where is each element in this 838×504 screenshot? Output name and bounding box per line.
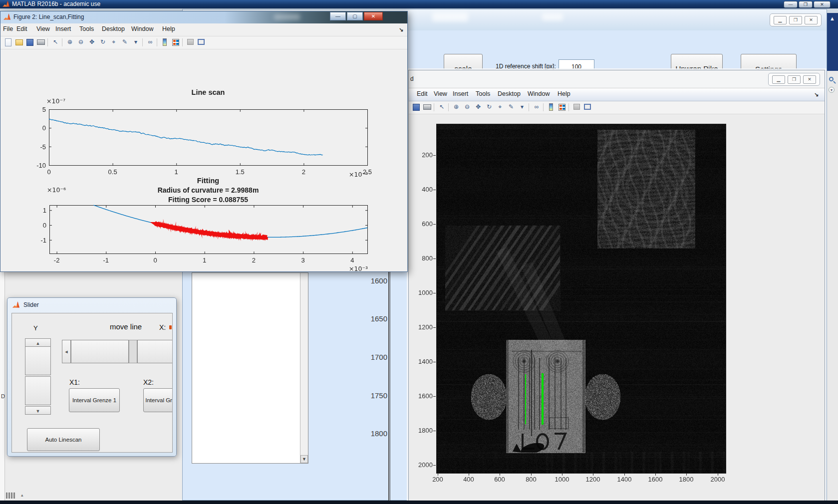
x-slider-right-segment[interactable]: [137, 340, 173, 363]
menu-view[interactable]: View: [36, 25, 50, 32]
y-tick: -5: [31, 143, 46, 151]
menu-window[interactable]: Window: [131, 25, 153, 32]
colorbar-icon[interactable]: [160, 38, 169, 47]
x-slider-track-gap[interactable]: [129, 340, 137, 363]
toolbar-separator: [157, 38, 157, 46]
x-tickmark: [718, 473, 718, 476]
x-tick: 400: [460, 476, 478, 483]
x-tickmark: [438, 473, 438, 476]
toolbar-separator: [142, 38, 143, 46]
minimize-button[interactable]: —: [330, 12, 346, 20]
y-tickmark: [433, 431, 436, 431]
menu-edit[interactable]: Edit: [16, 25, 27, 32]
pan-icon[interactable]: ✥: [87, 38, 96, 47]
collapse-up-icon[interactable]: ▲: [830, 15, 835, 21]
x-slider-left-button[interactable]: ◄: [62, 340, 71, 363]
link-plot-icon[interactable]: ∞: [146, 38, 155, 47]
legend-icon[interactable]: [171, 38, 180, 47]
interval-grenze1-button[interactable]: Interval Grenze 1: [69, 388, 120, 412]
new-file-icon[interactable]: [3, 38, 12, 47]
zoom-out-icon[interactable]: ⊖: [76, 38, 85, 47]
resize-grip[interactable]: ▴: [6, 492, 29, 499]
y-slider-track-upper[interactable]: [25, 346, 51, 375]
dropdown-icon[interactable]: ▾: [829, 87, 835, 93]
matlab-figure-icon: [12, 301, 19, 308]
x-tick: 1000: [553, 476, 571, 483]
bottom-taskbar-edge[interactable]: [0, 501, 838, 504]
x-tickmark: [562, 473, 562, 476]
search-icon-handle: [833, 81, 836, 84]
x-label: X:: [159, 323, 166, 331]
y-tickmark: [433, 258, 436, 259]
y-tickmark: [433, 293, 436, 293]
matlab-main-titlebar[interactable]: MATLAB R2016b - academic use — ❐ ✕: [0, 0, 838, 8]
save-icon[interactable]: [25, 38, 34, 47]
dock-axes-icon[interactable]: [197, 38, 206, 47]
x-tick: 1.5: [233, 168, 247, 176]
y-tick: 1200: [414, 323, 433, 331]
print-icon[interactable]: [36, 38, 45, 47]
right-figure-window: d ▁ ❐ ✕ ↘ EditViewInsertToolsDesktopWind…: [408, 70, 825, 502]
image-axes-ticks: 2004006008001000120014001600180020002004…: [409, 70, 825, 502]
down-arrow-icon: ▼: [25, 409, 50, 414]
restore-button[interactable]: ❐: [799, 1, 813, 8]
screen: ▁ ❐ ✕ scale 1D reference shift [px]: 100…: [0, 0, 838, 504]
close-button[interactable]: ✕: [364, 12, 383, 20]
grip-arrow-icon: ▴: [21, 493, 23, 498]
brush-icon[interactable]: ✎: [120, 38, 129, 47]
zoom-in-icon[interactable]: ⊕: [65, 38, 74, 47]
y-slider-down-button[interactable]: ▼: [25, 406, 51, 415]
y-slider-up-button[interactable]: ▲: [25, 338, 51, 347]
figure2-plot-area: Line scan ×10⁻⁷ ×10⁻³ Fitting Radius of …: [0, 49, 407, 271]
y-tickmark: [433, 465, 436, 466]
minimize-button[interactable]: —: [784, 1, 798, 8]
x1-label: X1:: [69, 378, 80, 386]
dock-figure-icon[interactable]: ↘: [399, 26, 403, 33]
interval-grenze2-button[interactable]: Interval Gren: [143, 388, 173, 412]
y-tick: 1400: [414, 358, 433, 365]
slider-window: Slider Y ▲ ▼ move line X: ◄ X1: Inte: [7, 297, 177, 457]
figure2-window: Figure 2: Line_scan,Fitting — ▢ ✕ ↘ File…: [0, 11, 408, 272]
rotate-icon[interactable]: ↻: [98, 38, 107, 47]
y-slider-track-lower[interactable]: [25, 376, 51, 405]
menu-tools[interactable]: Tools: [79, 25, 94, 32]
y-tickmark: [433, 190, 436, 190]
x-tick: 0.5: [106, 168, 120, 176]
x-tick: 0: [148, 256, 162, 264]
auto-linescan-button[interactable]: Auto Linescan: [27, 428, 100, 451]
x-tickmark: [655, 473, 656, 476]
y-label: Y: [33, 324, 38, 332]
menu-desktop[interactable]: Desktop: [102, 25, 125, 32]
up-arrow-icon: ▲: [25, 341, 50, 346]
pointer-icon[interactable]: ↖: [51, 38, 60, 47]
data-cursor-icon[interactable]: ⌖: [109, 38, 118, 47]
ruler-tick: 1800: [357, 429, 387, 438]
close-button[interactable]: ✕: [814, 1, 831, 8]
x-tick: -1: [99, 256, 113, 264]
clipped-orange-text: [169, 325, 172, 329]
y-tick: -10: [31, 162, 46, 169]
y-tick: 1: [31, 207, 46, 214]
open-file-icon[interactable]: [14, 38, 23, 47]
ruler-tick: 1700: [357, 353, 387, 361]
dock-label: D: [1, 393, 5, 399]
y-tickmark: [433, 396, 436, 397]
search-icon[interactable]: [829, 77, 834, 81]
brush-dropdown-icon[interactable]: ▾: [131, 38, 140, 47]
maximize-button[interactable]: ▢: [347, 12, 363, 20]
x-tick: 4: [345, 256, 359, 264]
toolbar-separator: [182, 38, 183, 46]
menu-file[interactable]: File: [3, 25, 13, 32]
matlab-logo-icon: [2, 0, 9, 7]
x-tick: 1800: [677, 476, 695, 483]
menu-help[interactable]: Help: [162, 25, 175, 32]
hold-icon[interactable]: [186, 38, 195, 47]
menu-insert[interactable]: Insert: [55, 25, 71, 32]
matlab-figure-icon: [3, 13, 10, 20]
right-edge-panel: ▲: [827, 13, 838, 71]
y-tick: 5: [31, 106, 46, 113]
figure2-titlebar[interactable]: Figure 2: Line_scan,Fitting — ▢ ✕: [0, 11, 407, 23]
x-slider-thumb[interactable]: [71, 340, 129, 363]
y-tick: 1800: [414, 427, 433, 434]
x-tick: 1: [198, 256, 212, 264]
